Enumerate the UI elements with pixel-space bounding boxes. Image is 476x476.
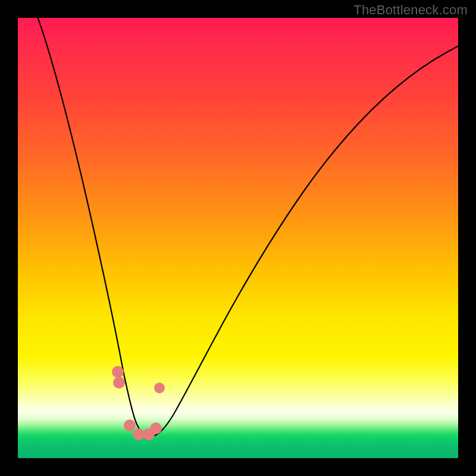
marker-valley-right-b [150, 422, 162, 434]
watermark-text: TheBottleneck.com [353, 2, 468, 18]
plot-area [18, 18, 458, 458]
bottleneck-curve-svg [18, 18, 458, 458]
bottleneck-curve-path [36, 18, 458, 436]
marker-left-cluster-bottom [113, 377, 125, 389]
marker-valley-left [124, 419, 136, 431]
marker-left-cluster-top [112, 366, 124, 378]
marker-group [112, 366, 165, 440]
marker-right-single [154, 383, 165, 393]
chart-frame: TheBottleneck.com [0, 0, 476, 476]
